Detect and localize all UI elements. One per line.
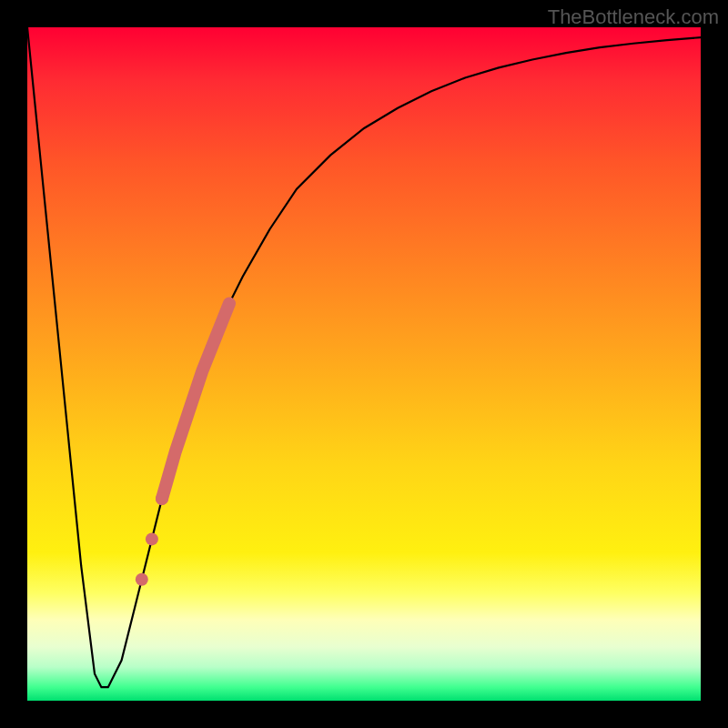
highlight-segment xyxy=(162,303,229,499)
watermark-text: TheBottleneck.com xyxy=(548,5,719,29)
bottleneck-curve xyxy=(27,27,701,687)
chart-svg xyxy=(27,27,701,701)
highlight-dot xyxy=(146,532,158,545)
plot-area xyxy=(27,27,701,701)
chart-container: TheBottleneck.com xyxy=(0,0,728,728)
highlight-dot xyxy=(136,573,148,586)
highlight-dot xyxy=(156,492,168,505)
highlight-dots xyxy=(136,492,168,586)
